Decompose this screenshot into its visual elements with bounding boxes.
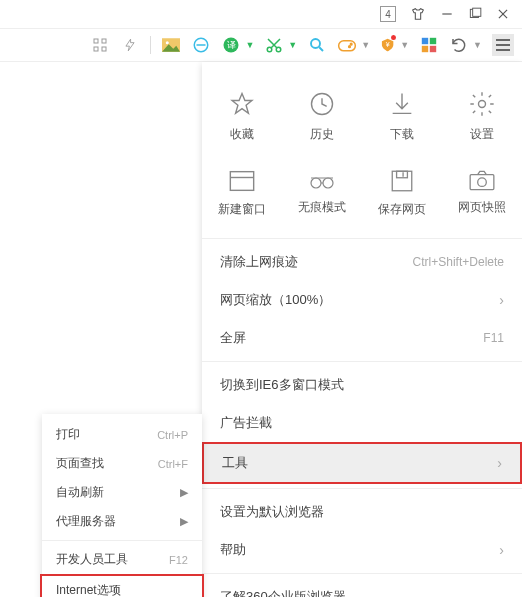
snapshot-button[interactable]: 网页快照 <box>442 159 522 234</box>
flash-icon[interactable] <box>120 35 140 55</box>
hamburger-menu-button[interactable] <box>492 34 514 56</box>
favorites-button[interactable]: 收藏 <box>202 80 282 159</box>
item-shortcut: F12 <box>169 554 188 566</box>
divider <box>202 573 522 574</box>
maximize-icon[interactable] <box>468 7 482 21</box>
proxy-item[interactable]: 代理服务器 ▶ <box>42 507 202 536</box>
close-icon[interactable] <box>496 7 510 21</box>
new-window-button[interactable]: 新建窗口 <box>202 159 282 234</box>
downloads-button[interactable]: 下载 <box>362 80 442 159</box>
dropdown-caret-icon[interactable]: ▼ <box>361 40 370 50</box>
svg-point-32 <box>323 178 333 188</box>
window-titlebar: 4 <box>0 0 522 28</box>
item-label: 广告拦截 <box>220 414 272 432</box>
svg-point-20 <box>351 43 353 45</box>
cell-label: 无痕模式 <box>298 199 346 216</box>
gear-icon <box>468 90 496 118</box>
cell-label: 设置 <box>470 126 494 143</box>
svg-point-28 <box>479 101 486 108</box>
item-label: 代理服务器 <box>56 513 116 530</box>
window-icon <box>228 169 256 193</box>
svg-rect-5 <box>94 39 98 43</box>
shield-icon[interactable]: ¥ <box>380 35 400 55</box>
internet-options-item[interactable]: Internet选项 <box>40 574 204 597</box>
clock-icon <box>308 90 336 118</box>
zoom-item[interactable]: 网页缩放（100%） › <box>202 281 522 319</box>
menu-grid-row-2: 新建窗口 无痕模式 保存网页 网页快照 <box>202 159 522 234</box>
chevron-right-icon: ▶ <box>180 486 188 499</box>
item-label: Internet选项 <box>56 582 121 597</box>
svg-rect-24 <box>430 38 436 44</box>
incognito-button[interactable]: 无痕模式 <box>282 159 362 234</box>
auto-refresh-item[interactable]: 自动刷新 ▶ <box>42 478 202 507</box>
svg-rect-34 <box>397 171 408 178</box>
svg-rect-23 <box>422 38 428 44</box>
history-button[interactable]: 历史 <box>282 80 362 159</box>
item-label: 全屏 <box>220 329 246 347</box>
item-label: 网页缩放（100%） <box>220 291 331 309</box>
browser-toolbar: 译 ▼ ▼ ▼ ¥ ▼ ▼ <box>0 28 522 62</box>
svg-point-10 <box>166 41 169 44</box>
cell-label: 历史 <box>310 126 334 143</box>
minimize-icon[interactable] <box>440 7 454 21</box>
item-label: 清除上网痕迹 <box>220 253 298 271</box>
cell-label: 收藏 <box>230 126 254 143</box>
save-page-button[interactable]: 保存网页 <box>362 159 442 234</box>
ie6-mode-item[interactable]: 切换到IE6多窗口模式 <box>202 366 522 404</box>
about-item[interactable]: 了解360企业版浏览器 <box>202 578 522 597</box>
help-item[interactable]: 帮助 › <box>202 531 522 569</box>
svg-rect-7 <box>94 47 98 51</box>
block-icon[interactable] <box>191 35 211 55</box>
shirt-icon[interactable] <box>410 6 426 22</box>
dropdown-caret-icon[interactable]: ▼ <box>245 40 254 50</box>
print-item[interactable]: 打印 Ctrl+P <box>42 420 202 449</box>
settings-button[interactable]: 设置 <box>442 80 522 159</box>
chevron-right-icon: › <box>499 542 504 558</box>
item-label: 帮助 <box>220 541 246 559</box>
game-icon[interactable] <box>337 35 357 55</box>
set-default-item[interactable]: 设置为默认浏览器 <box>202 493 522 531</box>
svg-rect-8 <box>102 47 106 51</box>
dropdown-caret-icon[interactable]: ▼ <box>400 40 409 50</box>
qr-icon[interactable] <box>90 35 110 55</box>
svg-text:译: 译 <box>227 40 236 50</box>
scissors-icon[interactable] <box>264 35 284 55</box>
svg-point-21 <box>349 46 351 48</box>
svg-rect-26 <box>430 46 436 52</box>
chevron-right-icon: › <box>499 292 504 308</box>
chevron-right-icon: › <box>497 455 502 471</box>
item-shortcut: F11 <box>483 331 504 345</box>
devtools-item[interactable]: 开发人员工具 F12 <box>42 545 202 574</box>
dropdown-caret-icon[interactable]: ▼ <box>473 40 482 50</box>
divider <box>202 238 522 239</box>
dropdown-caret-icon[interactable]: ▼ <box>288 40 297 50</box>
search-icon[interactable] <box>307 35 327 55</box>
item-shortcut: Ctrl+Shift+Delete <box>413 255 504 269</box>
fullscreen-item[interactable]: 全屏 F11 <box>202 319 522 357</box>
find-item[interactable]: 页面查找 Ctrl+F <box>42 449 202 478</box>
divider <box>42 540 202 541</box>
item-label: 切换到IE6多窗口模式 <box>220 376 344 394</box>
item-label: 打印 <box>56 426 80 443</box>
adblock-item[interactable]: 广告拦截 <box>202 404 522 442</box>
clear-traces-item[interactable]: 清除上网痕迹 Ctrl+Shift+Delete <box>202 243 522 281</box>
incognito-icon <box>307 169 337 191</box>
chevron-right-icon: ▶ <box>180 515 188 528</box>
svg-rect-25 <box>422 46 428 52</box>
svg-point-37 <box>478 178 487 187</box>
cell-label: 保存网页 <box>378 201 426 218</box>
menu-grid-row-1: 收藏 历史 下载 设置 <box>202 80 522 159</box>
svg-rect-19 <box>339 41 356 51</box>
divider <box>202 488 522 489</box>
tab-count-badge[interactable]: 4 <box>380 6 396 22</box>
undo-icon[interactable] <box>449 35 469 55</box>
svg-rect-2 <box>473 8 481 16</box>
main-menu-panel: 收藏 历史 下载 设置 新建窗口 无痕模式 保存网页 网页快照 <box>202 62 522 597</box>
picture-icon[interactable] <box>161 35 181 55</box>
translate-icon[interactable]: 译 <box>221 35 241 55</box>
grid-apps-icon[interactable] <box>419 35 439 55</box>
tools-item[interactable]: 工具 › <box>202 442 522 484</box>
svg-rect-36 <box>470 175 494 190</box>
item-shortcut: Ctrl+F <box>158 458 188 470</box>
item-label: 自动刷新 <box>56 484 104 501</box>
